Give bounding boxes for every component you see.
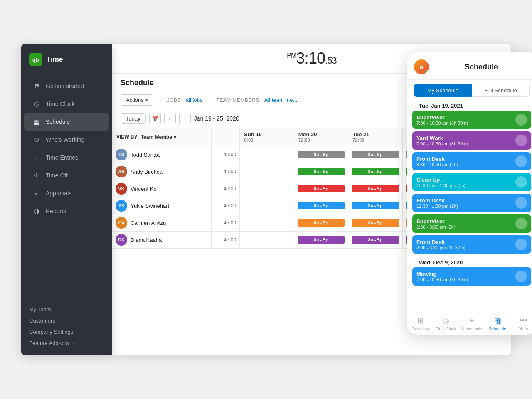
today-button[interactable]: Today bbox=[121, 113, 146, 124]
sidebar-my-team[interactable]: My Team bbox=[29, 304, 104, 315]
shift-cell[interactable]: 8a - 5p bbox=[294, 232, 348, 249]
shift-cell[interactable]: 8a - 5p bbox=[294, 214, 348, 232]
shift-cell[interactable] bbox=[240, 180, 294, 197]
mobile-shift-item[interactable]: Yard Work 7:00 - 10:30 am (3h 30m) bbox=[412, 131, 531, 150]
jobs-link[interactable]: all jobs bbox=[186, 97, 202, 103]
team-label: TEAM MEMBERS bbox=[216, 97, 259, 103]
mobile-shift-info: Front Desk 2:00 - 3:30 pm (1h 30m) bbox=[416, 239, 515, 250]
mobile-shift-item[interactable]: Front Desk 12:30 - 1:30 pm (1h) bbox=[412, 194, 531, 212]
check-icon: ✓ bbox=[32, 189, 41, 197]
sidebar-customers[interactable]: Customers bbox=[29, 315, 104, 326]
shift-cell[interactable]: 8a - 5p bbox=[348, 163, 403, 180]
sidebar-item-time-off[interactable]: ✈ Time Off bbox=[24, 167, 109, 184]
mobile-shift-item[interactable]: Front Desk 8:30 - 10:30 am (2h) bbox=[412, 152, 531, 170]
mobile-shift-avatar bbox=[515, 218, 527, 229]
employee-hours: 45:00 bbox=[211, 180, 239, 197]
shift-block[interactable]: 8a - 5p bbox=[298, 168, 345, 175]
view-by-select[interactable]: VIEW BY Team Membe bbox=[116, 134, 207, 140]
shift-cell[interactable]: 8a - 5p bbox=[348, 180, 403, 197]
employee-cell: DK Diana Kaaha bbox=[112, 232, 211, 249]
employee-cell: CA Carmen Arvizu bbox=[112, 214, 211, 232]
my-schedule-tab[interactable]: My Schedule bbox=[414, 84, 472, 97]
mobile-shift-item[interactable]: Supervisor 1:30 - 3:30 pm (2h) bbox=[412, 214, 531, 233]
sidebar-item-schedule[interactable]: ▦ Schedule bbox=[24, 113, 109, 131]
employee-hours: 45:00 bbox=[211, 214, 239, 232]
shift-block[interactable]: 8a - 5p bbox=[352, 219, 399, 227]
mobile-nav-timesheets[interactable]: ≡ Timesheets bbox=[459, 315, 485, 333]
mobile-user-avatar: A bbox=[414, 59, 429, 74]
shift-cell[interactable]: 8a - 5p bbox=[294, 197, 348, 214]
shift-cell[interactable]: 8a - 5p bbox=[294, 146, 348, 163]
shift-block[interactable]: 8a - 5p bbox=[352, 236, 399, 244]
shift-block[interactable]: 8a - 5p bbox=[352, 185, 399, 192]
shift-cell[interactable]: 8a - 5p bbox=[348, 214, 403, 232]
sidebar-item-label: Reports bbox=[46, 208, 66, 214]
mobile-shift-item[interactable]: Supervisor 7:00 - 10:30 am (3h 30m) bbox=[412, 111, 531, 129]
sidebar-item-time-entries[interactable]: ≡ Time Entries bbox=[24, 149, 109, 166]
sidebar-item-label: Approvals bbox=[46, 190, 71, 197]
shift-block[interactable]: 8a - 5p bbox=[298, 236, 345, 244]
sidebar-feature-addons[interactable]: Feature Add-ons › bbox=[29, 337, 104, 349]
shift-block[interactable]: 8a - 5p bbox=[298, 185, 345, 192]
mobile-nav-timesheets-label: Timesheets bbox=[461, 326, 482, 331]
shift-cell[interactable] bbox=[240, 146, 294, 163]
sidebar-item-whos-working[interactable]: ⊙ Who's Working bbox=[24, 131, 109, 148]
sidebar-item-getting-started[interactable]: ⚑ Getting started bbox=[24, 77, 109, 95]
actions-button[interactable]: Actions bbox=[121, 94, 153, 106]
clock-time: 3:10 bbox=[296, 49, 325, 67]
day-sun-header: Sun 19 0:00 bbox=[240, 128, 294, 146]
shift-cell[interactable] bbox=[240, 197, 294, 214]
employee-avatar: VK bbox=[116, 183, 127, 195]
shift-cell[interactable] bbox=[240, 214, 294, 232]
sidebar-item-approvals[interactable]: ✓ Approvals bbox=[24, 185, 109, 202]
employee-hours: 45:00 bbox=[211, 146, 239, 163]
employee-name: Diana Kaaha bbox=[131, 237, 162, 243]
team-link[interactable]: All team me... bbox=[264, 97, 297, 103]
employee-avatar: DK bbox=[116, 234, 127, 246]
mobile-shift-title: Front Desk bbox=[416, 156, 515, 162]
clock-pm: PM bbox=[287, 52, 296, 59]
shift-block[interactable]: 8a - 5p bbox=[352, 168, 399, 175]
shift-cell[interactable]: 8a - 5p bbox=[294, 180, 348, 197]
full-schedule-tab[interactable]: Full Schedule bbox=[472, 84, 530, 97]
mobile-shift-item[interactable]: Front Desk 2:00 - 3:30 pm (1h 30m) bbox=[412, 235, 531, 254]
mobile-shift-info: Mowing 7:00 - 10:30 am (3h 30m) bbox=[416, 271, 515, 282]
mobile-shift-info: Supervisor 7:00 - 10:30 am (3h 30m) bbox=[416, 114, 515, 126]
mobile-schedule-title: Schedule bbox=[433, 63, 530, 71]
mobile-nav-timeclock-label: Time Clock bbox=[436, 327, 456, 331]
shift-cell[interactable]: 8a - 5p bbox=[348, 197, 403, 214]
clock-icon: ◷ bbox=[32, 100, 41, 108]
mobile-nav-timeclock[interactable]: ◷ Time Clock bbox=[433, 315, 459, 333]
shift-cell[interactable]: 8a - 5p bbox=[348, 232, 403, 249]
shift-block[interactable]: 8a - 5p bbox=[352, 151, 399, 158]
shift-block[interactable]: 8a - 5p bbox=[298, 202, 345, 209]
mobile-nav-more[interactable]: ••• More bbox=[510, 315, 532, 333]
mobile-nav-schedule[interactable]: ▦ Schedule bbox=[485, 315, 510, 333]
mobile-shift-title: Front Desk bbox=[416, 239, 515, 245]
day-sun-hours: 0:00 bbox=[244, 138, 290, 143]
sidebar-item-time-clock[interactable]: ◷ Time Clock bbox=[24, 95, 109, 113]
mobile-shift-item[interactable]: Mowing 7:00 - 10:30 am (3h 30m) bbox=[412, 267, 531, 286]
mobile-shift-item[interactable]: Clean Up 10:30 am - 1:30 pm (3h) bbox=[412, 173, 531, 191]
shift-cell[interactable] bbox=[240, 232, 294, 249]
qb-logo-icon: qb bbox=[29, 53, 42, 66]
shift-block[interactable]: 8a - 5p bbox=[352, 202, 399, 209]
next-week-button[interactable]: › bbox=[179, 113, 191, 124]
shift-block[interactable]: 8a - 5p bbox=[298, 151, 345, 158]
mobile-shift-info: Supervisor 1:30 - 3:30 pm (2h) bbox=[416, 218, 515, 229]
mobile-shift-title: Supervisor bbox=[416, 218, 515, 224]
prev-week-button[interactable]: ‹ bbox=[164, 113, 176, 124]
shift-cell[interactable] bbox=[240, 163, 294, 180]
sidebar-item-reports[interactable]: ◑ Reports › bbox=[24, 202, 109, 220]
mobile-nav-overview[interactable]: ⊞ Overview bbox=[407, 315, 433, 333]
toolbar-separator-2 bbox=[209, 97, 209, 103]
shift-cell[interactable]: 8a - 5p bbox=[348, 146, 403, 163]
shift-cell[interactable]: 8a - 5p bbox=[294, 163, 348, 180]
mobile-shift-info: Clean Up 10:30 am - 1:30 pm (3h) bbox=[416, 177, 515, 188]
date-range: Jan 19 - 25, 2020 bbox=[194, 115, 239, 122]
sidebar-company-settings[interactable]: Company Settings bbox=[29, 326, 104, 337]
mobile-shift-avatar bbox=[515, 114, 527, 126]
mobile-app-overlay: A Schedule My Schedule Full Schedule Tue… bbox=[407, 52, 532, 335]
mobile-shift-info: Front Desk 12:30 - 1:30 pm (1h) bbox=[416, 197, 515, 209]
shift-block[interactable]: 8a - 5p bbox=[298, 219, 345, 227]
